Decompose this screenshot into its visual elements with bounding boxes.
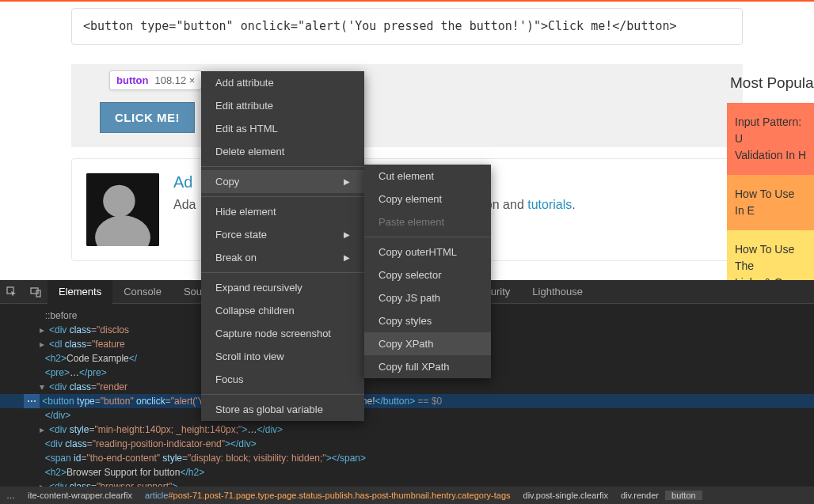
context-menu-item[interactable]: Edit attribute — [201, 94, 364, 117]
context-menu-item[interactable]: Capture node screenshot — [201, 322, 364, 345]
dom-tree-line[interactable]: <h2>Browser Support for button</h2> — [24, 465, 814, 479]
breadcrumb-item[interactable]: div.render — [614, 491, 665, 500]
context-menu-item[interactable]: Add attribute — [201, 71, 364, 94]
dom-tree-line[interactable]: </div> — [24, 408, 814, 423]
sidebar-popular-item[interactable]: How To Use In E — [727, 175, 814, 230]
context-menu-item[interactable]: Copy outerHTML — [364, 241, 491, 263]
breadcrumb-item[interactable]: ite-content-wrapper.clearfix — [21, 491, 139, 500]
context-menu-separator — [201, 166, 364, 167]
context-menu-separator — [201, 196, 364, 197]
context-menu-main[interactable]: Add attributeEdit attributeEdit as HTMLD… — [201, 71, 364, 421]
context-menu-item[interactable]: Expand recursively — [201, 276, 364, 299]
context-menu-item[interactable]: Copy▶ — [201, 170, 364, 193]
context-menu-item[interactable]: Delete element — [201, 140, 364, 163]
author-avatar — [86, 173, 159, 246]
inspect-element-icon[interactable] — [0, 280, 24, 304]
context-menu-item[interactable]: Copy XPath — [364, 332, 491, 355]
context-menu-item[interactable]: Cut element — [364, 165, 491, 188]
context-menu-item[interactable]: Focus — [201, 368, 364, 391]
dom-tree-line[interactable]: <div class="reading-position-indicator-e… — [24, 437, 814, 451]
element-inspector-tooltip: button 108.12 × — [109, 70, 202, 90]
context-menu-item[interactable]: Hide element — [201, 200, 364, 223]
context-menu-item[interactable]: Edit as HTML — [201, 117, 364, 140]
submenu-arrow-icon: ▶ — [344, 230, 350, 239]
tab-elements[interactable]: Elements — [48, 280, 112, 304]
context-menu-separator — [201, 394, 364, 395]
tab-lighthouse[interactable]: Lighthouse — [521, 280, 594, 304]
dom-tree-line[interactable]: <span id="tho-end-content" style="displa… — [24, 451, 814, 465]
click-me-button[interactable]: CLICK ME! — [100, 102, 195, 133]
context-menu-item[interactable]: Break on▶ — [201, 246, 364, 269]
author-bio-suffix: . — [572, 198, 575, 211]
dom-breadcrumb[interactable]: … ite-content-wrapper.clearfix article#p… — [0, 487, 814, 504]
tooltip-dimensions: 108.12 × — [154, 74, 195, 86]
context-menu-item: Paste element — [364, 210, 491, 233]
dom-tree-selected-line[interactable]: <button type="button" onclick="alert('Yo… — [0, 394, 814, 408]
code-example-block: <button type="button" onclick="alert('Yo… — [71, 8, 743, 45]
context-menu-item[interactable]: Copy selector — [364, 263, 491, 286]
context-menu-item[interactable]: Force state▶ — [201, 223, 364, 246]
page-content: <button type="button" onclick="alert('Yo… — [0, 2, 814, 53]
rendered-output-area: button 108.12 × CLICK ME! — [71, 64, 743, 147]
context-menu-copy-submenu[interactable]: Cut elementCopy elementPaste elementCopy… — [364, 165, 491, 378]
author-bio-prefix: Ada — [173, 198, 196, 211]
tab-console[interactable]: Console — [112, 280, 173, 304]
device-toolbar-icon[interactable] — [24, 280, 48, 304]
context-menu-item[interactable]: Copy full XPath — [364, 355, 491, 378]
sidebar-popular-item[interactable]: Input Pattern: U Validation In H — [727, 103, 814, 175]
breadcrumb-ellipsis[interactable]: … — [0, 491, 21, 500]
dom-tree-line[interactable]: ▾<div class="render — [24, 380, 814, 394]
breadcrumb-item[interactable]: div.post-single.clearfix — [517, 491, 614, 500]
breadcrumb-item-selected[interactable]: button — [665, 491, 702, 500]
submenu-arrow-icon: ▶ — [344, 177, 350, 186]
context-menu-separator — [364, 237, 491, 237]
dom-tree-line[interactable]: ▸<div style="min-height:140px; _height:1… — [24, 423, 814, 437]
context-menu-item[interactable]: Collapse children — [201, 299, 364, 322]
tooltip-tag-name: button — [116, 74, 148, 86]
context-menu-separator — [201, 272, 364, 273]
context-menu-item[interactable]: Copy JS path — [364, 286, 491, 309]
svg-rect-3 — [86, 173, 159, 246]
context-menu-item[interactable]: Copy element — [364, 188, 491, 210]
context-menu-item[interactable]: Scroll into view — [201, 345, 364, 368]
breadcrumb-item[interactable]: article#post-71.post-71.page.type-page.s… — [139, 491, 516, 500]
context-menu-item[interactable]: Copy styles — [364, 309, 491, 332]
context-menu-item[interactable]: Store as global variable — [201, 398, 364, 421]
tutorials-link[interactable]: tutorials — [527, 198, 572, 211]
sidebar-title: Most Popula — [727, 74, 814, 92]
submenu-arrow-icon: ▶ — [344, 253, 350, 262]
